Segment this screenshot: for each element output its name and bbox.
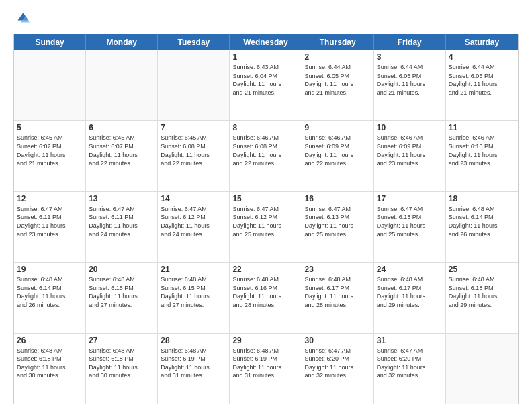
day-number: 31 <box>377 336 443 345</box>
logo-icon <box>13 11 30 27</box>
weekday-header-sunday: Sunday <box>14 34 86 50</box>
day-info: Sunrise: 6:48 AMSunset: 6:15 PMDaylight:… <box>161 275 226 309</box>
day-info: Sunrise: 6:48 AMSunset: 6:17 PMDaylight:… <box>377 275 443 309</box>
calendar-cell: 28Sunrise: 6:48 AMSunset: 6:19 PMDayligh… <box>158 334 230 404</box>
day-info: Sunrise: 6:47 AMSunset: 6:20 PMDaylight:… <box>305 347 371 380</box>
day-info: Sunrise: 6:45 AMSunset: 6:07 PMDaylight:… <box>17 134 83 167</box>
calendar-cell: 13Sunrise: 6:47 AMSunset: 6:11 PMDayligh… <box>86 192 158 262</box>
day-info: Sunrise: 6:48 AMSunset: 6:18 PMDaylight:… <box>17 347 83 380</box>
calendar-cell: 8Sunrise: 6:46 AMSunset: 6:08 PMDaylight… <box>230 121 302 191</box>
weekday-header-saturday: Saturday <box>446 34 518 50</box>
calendar-cell: 1Sunrise: 6:43 AMSunset: 6:04 PMDaylight… <box>230 50 302 120</box>
day-info: Sunrise: 6:47 AMSunset: 6:20 PMDaylight:… <box>377 347 443 380</box>
day-info: Sunrise: 6:44 AMSunset: 6:06 PMDaylight:… <box>449 63 515 97</box>
calendar-cell: 31Sunrise: 6:47 AMSunset: 6:20 PMDayligh… <box>374 334 446 404</box>
day-info: Sunrise: 6:48 AMSunset: 6:14 PMDaylight:… <box>449 205 515 238</box>
calendar-cell: 4Sunrise: 6:44 AMSunset: 6:06 PMDaylight… <box>446 50 518 120</box>
day-number: 9 <box>305 123 371 132</box>
calendar-cell: 29Sunrise: 6:48 AMSunset: 6:19 PMDayligh… <box>230 334 302 404</box>
calendar-row-0: 1Sunrise: 6:43 AMSunset: 6:04 PMDaylight… <box>14 50 518 121</box>
day-info: Sunrise: 6:45 AMSunset: 6:07 PMDaylight:… <box>89 134 154 167</box>
calendar-row-3: 19Sunrise: 6:48 AMSunset: 6:14 PMDayligh… <box>14 263 518 333</box>
day-number: 8 <box>232 123 298 132</box>
day-info: Sunrise: 6:47 AMSunset: 6:13 PMDaylight:… <box>377 205 443 238</box>
calendar-cell: 25Sunrise: 6:48 AMSunset: 6:18 PMDayligh… <box>446 263 518 332</box>
day-number: 29 <box>232 336 298 345</box>
day-info: Sunrise: 6:47 AMSunset: 6:12 PMDaylight:… <box>232 205 298 238</box>
calendar-body: 1Sunrise: 6:43 AMSunset: 6:04 PMDaylight… <box>14 50 518 404</box>
day-number: 30 <box>305 336 371 345</box>
day-number: 17 <box>377 194 443 203</box>
day-number: 3 <box>377 52 443 62</box>
weekday-header-monday: Monday <box>86 34 158 50</box>
day-number: 23 <box>305 265 371 274</box>
calendar-cell: 18Sunrise: 6:48 AMSunset: 6:14 PMDayligh… <box>446 192 518 262</box>
day-number: 21 <box>161 265 226 274</box>
weekday-header-tuesday: Tuesday <box>158 34 230 50</box>
calendar-cell: 26Sunrise: 6:48 AMSunset: 6:18 PMDayligh… <box>14 334 86 404</box>
weekday-header-wednesday: Wednesday <box>230 34 302 50</box>
calendar-row-4: 26Sunrise: 6:48 AMSunset: 6:18 PMDayligh… <box>14 334 518 404</box>
day-info: Sunrise: 6:43 AMSunset: 6:04 PMDaylight:… <box>232 63 298 97</box>
day-number: 10 <box>377 123 443 132</box>
day-info: Sunrise: 6:46 AMSunset: 6:10 PMDaylight:… <box>449 134 515 167</box>
day-info: Sunrise: 6:46 AMSunset: 6:09 PMDaylight:… <box>305 134 371 167</box>
day-info: Sunrise: 6:46 AMSunset: 6:09 PMDaylight:… <box>377 134 443 167</box>
calendar-cell: 10Sunrise: 6:46 AMSunset: 6:09 PMDayligh… <box>374 121 446 191</box>
calendar-cell: 7Sunrise: 6:45 AMSunset: 6:08 PMDaylight… <box>158 121 230 191</box>
calendar-cell: 2Sunrise: 6:44 AMSunset: 6:05 PMDaylight… <box>302 50 374 120</box>
calendar-row-1: 5Sunrise: 6:45 AMSunset: 6:07 PMDaylight… <box>14 121 518 191</box>
calendar-cell: 14Sunrise: 6:47 AMSunset: 6:12 PMDayligh… <box>158 192 230 262</box>
day-number: 2 <box>305 52 371 62</box>
day-info: Sunrise: 6:47 AMSunset: 6:13 PMDaylight:… <box>305 205 371 238</box>
weekday-header-thursday: Thursday <box>302 34 374 50</box>
day-number: 15 <box>232 194 298 203</box>
calendar: SundayMondayTuesdayWednesdayThursdayFrid… <box>13 34 519 404</box>
calendar-cell <box>158 50 230 120</box>
calendar-cell: 3Sunrise: 6:44 AMSunset: 6:05 PMDaylight… <box>374 50 446 120</box>
day-info: Sunrise: 6:48 AMSunset: 6:19 PMDaylight:… <box>232 347 298 380</box>
logo <box>13 11 32 27</box>
calendar-cell: 30Sunrise: 6:47 AMSunset: 6:20 PMDayligh… <box>302 334 374 404</box>
day-number: 24 <box>377 265 443 274</box>
day-info: Sunrise: 6:47 AMSunset: 6:12 PMDaylight:… <box>161 205 226 238</box>
day-info: Sunrise: 6:44 AMSunset: 6:05 PMDaylight:… <box>305 63 371 97</box>
header <box>13 11 519 27</box>
calendar-cell: 15Sunrise: 6:47 AMSunset: 6:12 PMDayligh… <box>230 192 302 262</box>
day-number: 4 <box>449 52 515 62</box>
calendar-cell: 6Sunrise: 6:45 AMSunset: 6:07 PMDaylight… <box>86 121 158 191</box>
calendar-cell: 9Sunrise: 6:46 AMSunset: 6:09 PMDaylight… <box>302 121 374 191</box>
day-number: 27 <box>89 336 154 345</box>
day-info: Sunrise: 6:48 AMSunset: 6:16 PMDaylight:… <box>232 275 298 309</box>
calendar-cell: 19Sunrise: 6:48 AMSunset: 6:14 PMDayligh… <box>14 263 86 332</box>
calendar-cell: 11Sunrise: 6:46 AMSunset: 6:10 PMDayligh… <box>446 121 518 191</box>
day-info: Sunrise: 6:48 AMSunset: 6:17 PMDaylight:… <box>305 275 371 309</box>
calendar-row-2: 12Sunrise: 6:47 AMSunset: 6:11 PMDayligh… <box>14 192 518 263</box>
calendar-cell: 20Sunrise: 6:48 AMSunset: 6:15 PMDayligh… <box>86 263 158 332</box>
day-number: 25 <box>449 265 515 274</box>
calendar-cell: 16Sunrise: 6:47 AMSunset: 6:13 PMDayligh… <box>302 192 374 262</box>
day-number: 5 <box>17 123 83 132</box>
calendar-cell: 17Sunrise: 6:47 AMSunset: 6:13 PMDayligh… <box>374 192 446 262</box>
day-number: 18 <box>449 194 515 203</box>
day-info: Sunrise: 6:48 AMSunset: 6:15 PMDaylight:… <box>89 275 154 309</box>
calendar-header: SundayMondayTuesdayWednesdayThursdayFrid… <box>14 34 518 50</box>
day-info: Sunrise: 6:48 AMSunset: 6:19 PMDaylight:… <box>161 347 226 380</box>
day-number: 11 <box>449 123 515 132</box>
day-number: 7 <box>161 123 226 132</box>
day-info: Sunrise: 6:48 AMSunset: 6:18 PMDaylight:… <box>89 347 154 380</box>
day-info: Sunrise: 6:48 AMSunset: 6:18 PMDaylight:… <box>449 275 515 309</box>
calendar-cell <box>86 50 158 120</box>
day-number: 22 <box>232 265 298 274</box>
day-info: Sunrise: 6:47 AMSunset: 6:11 PMDaylight:… <box>89 205 154 238</box>
day-number: 1 <box>232 52 298 62</box>
day-number: 28 <box>161 336 226 345</box>
calendar-cell: 5Sunrise: 6:45 AMSunset: 6:07 PMDaylight… <box>14 121 86 191</box>
day-info: Sunrise: 6:44 AMSunset: 6:05 PMDaylight:… <box>377 63 443 97</box>
day-info: Sunrise: 6:46 AMSunset: 6:08 PMDaylight:… <box>232 134 298 167</box>
day-number: 20 <box>89 265 154 274</box>
calendar-cell: 12Sunrise: 6:47 AMSunset: 6:11 PMDayligh… <box>14 192 86 262</box>
day-number: 6 <box>89 123 154 132</box>
calendar-cell <box>446 334 518 404</box>
day-number: 19 <box>17 265 83 274</box>
